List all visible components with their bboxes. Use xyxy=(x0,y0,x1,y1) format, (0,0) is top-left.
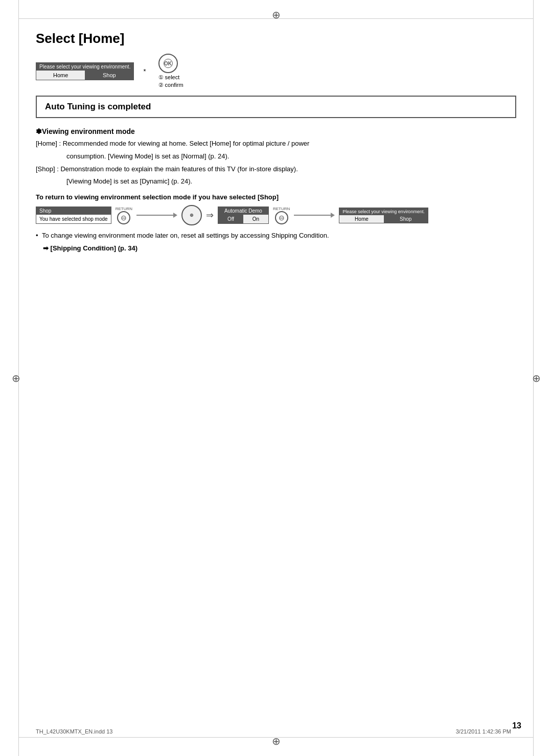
step1-label: ① select xyxy=(158,74,180,81)
env-option-shop[interactable]: Shop xyxy=(85,71,133,80)
auto-tuning-banner: Auto Tuning is completed xyxy=(36,96,516,118)
flow-diagram: Shop You have selected shop mode RETURN … xyxy=(36,205,516,225)
env-option-home[interactable]: Home xyxy=(36,71,85,80)
page-number: 13 xyxy=(512,721,521,730)
bullet-note: To change viewing environment mode later… xyxy=(36,231,516,241)
arrow-2-icon: ⇒ xyxy=(206,210,214,221)
auto-demo-widget: Automatic Demo Off On xyxy=(218,207,269,224)
return-button-2: RETURN ⊖ xyxy=(273,206,290,224)
shop-box-title: Shop xyxy=(36,207,111,215)
crosshair-bottom-center-icon: ⊕ xyxy=(270,736,282,747)
auto-demo-off[interactable]: Off xyxy=(218,215,243,223)
env-select-bar: Please select your viewing environment. … xyxy=(36,54,516,88)
shop-return-heading: To return to viewing environment selecti… xyxy=(36,193,516,201)
return-circle-2-icon: ⊖ xyxy=(275,211,288,224)
return-circle-1-icon: ⊖ xyxy=(117,211,130,224)
crosshair-left-center-icon: ⊕ xyxy=(10,373,21,384)
footer-left: TH_L42U30KMTX_EN.indd 13 xyxy=(36,728,112,735)
shop-desc1: [Shop] : Demonstration mode to explain t… xyxy=(36,164,516,175)
shop-box: Shop You have selected shop mode xyxy=(36,207,111,224)
arrow-1 xyxy=(136,213,177,218)
shop-desc2: [Viewing Mode] is set as [Dynamic] (p. 2… xyxy=(36,176,516,187)
crosshair-top-center-icon: ⊕ xyxy=(270,9,282,20)
env-select-widget: Please select your viewing environment. … xyxy=(36,62,134,80)
shipping-condition-link[interactable]: ➡ [Shipping Condition] (p. 34) xyxy=(36,243,516,254)
env-options: Home Shop xyxy=(36,71,133,80)
shop-box-content: You have selected shop mode xyxy=(36,215,111,223)
step2-label: ② confirm xyxy=(158,82,183,88)
footer-right: 3/21/2011 1:42:36 PM xyxy=(456,728,511,735)
env-option-small-home[interactable]: Home xyxy=(339,215,383,223)
home-desc1: [Home] : Recommended mode for viewing at… xyxy=(36,139,516,149)
page-title: Select [Home] xyxy=(36,31,516,47)
env-select-small-label: Please select your viewing environment. xyxy=(339,208,428,215)
arrow-3 xyxy=(294,213,335,218)
main-content: Select [Home] Please select your viewing… xyxy=(36,31,516,725)
env-options-small: Home Shop xyxy=(339,215,428,223)
return-label-2: RETURN xyxy=(273,207,290,211)
viewing-env-title: ✽Viewing environment mode xyxy=(36,127,516,135)
auto-demo-label: Automatic Demo xyxy=(218,207,268,215)
env-select-label: Please select your viewing environment. xyxy=(36,63,133,71)
env-option-small-shop[interactable]: Shop xyxy=(384,215,428,223)
auto-demo-on[interactable]: On xyxy=(243,215,268,223)
auto-demo-options: Off On xyxy=(218,215,268,223)
crosshair-right-center-icon: ⊕ xyxy=(531,373,542,384)
return-label-1: RETURN xyxy=(116,207,132,211)
ok-circle-icon: OK xyxy=(158,54,178,73)
return-button-1: RETURN ⊖ xyxy=(116,206,132,224)
dpad-icon: ⊕ xyxy=(181,205,202,225)
home-desc2: consumption. [Viewing Mode] is set as [N… xyxy=(36,151,516,162)
footer: TH_L42U30KMTX_EN.indd 13 3/21/2011 1:42:… xyxy=(36,728,511,735)
asterisk: * xyxy=(143,67,146,75)
ok-circle-container: OK ① select ② confirm xyxy=(158,54,183,88)
env-select-small: Please select your viewing environment. … xyxy=(339,208,428,223)
